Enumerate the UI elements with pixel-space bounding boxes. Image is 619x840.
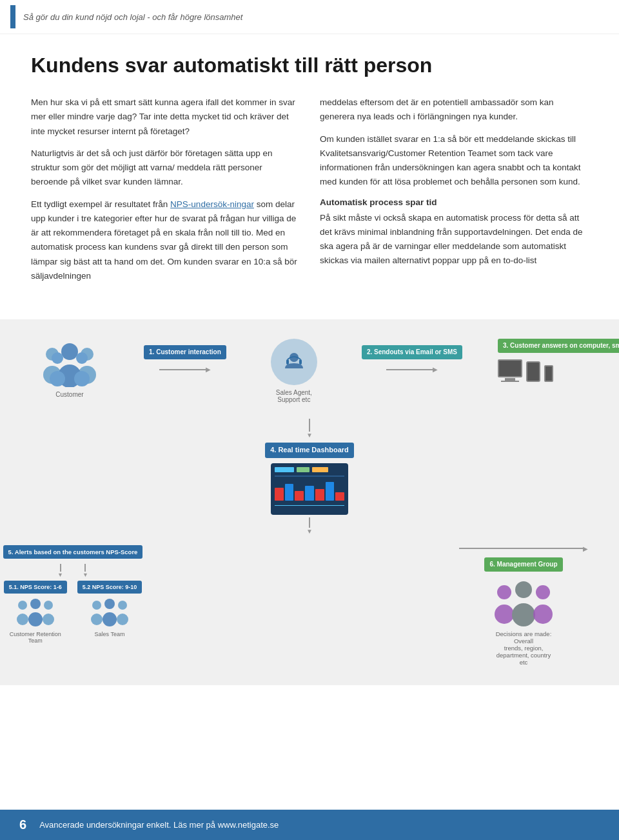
badge1-container: 1. Customer interaction ▶ — [144, 345, 226, 373]
svg-point-4 — [61, 343, 78, 360]
header-tagline: Så gör du din kund nöjd och lojal - och … — [23, 12, 242, 22]
right-para3: På sikt måste vi också skapa en automati… — [320, 211, 588, 268]
badge-interaction: 1. Customer interaction — [144, 345, 226, 359]
page-title: Kundens svar automatiskt till rätt perso… — [31, 54, 588, 77]
badge-dashboard: 4. Real time Dashboard — [265, 443, 354, 457]
svg-rect-11 — [286, 359, 289, 365]
diagram-node-customer: Customer — [31, 339, 108, 398]
svg-point-8 — [76, 352, 88, 364]
badge-nps-9-10: 5.2 NPS Score: 9-10 — [77, 581, 142, 594]
svg-point-13 — [18, 601, 27, 610]
dashboard-node: ▼ 4. Real time Dashboard — [245, 419, 374, 534]
agent-label: Sales Agent, Support etc — [265, 389, 323, 403]
svg-point-16 — [28, 612, 43, 626]
badge-customer-answers: 3. Customer answers on computer, smart p… — [498, 339, 619, 353]
right-column: meddelas eftersom det är en potentiell a… — [320, 95, 588, 291]
svg-point-21 — [104, 599, 115, 609]
diagram-top-row: Customer 1. Customer interaction ▶ — [31, 339, 588, 403]
left-para3-prefix: Ett tydligt exempel är resultatet från — [31, 199, 170, 209]
right-para1: meddelas eftersom det är en potentiell a… — [320, 95, 588, 125]
svg-point-17 — [44, 601, 53, 610]
customer-icon — [41, 339, 99, 387]
svg-point-22 — [103, 612, 117, 626]
footer: 6 Avancerade undersökningar enkelt. Läs … — [0, 810, 619, 840]
main-content: Kundens svar automatiskt till rätt perso… — [0, 34, 619, 319]
devices-icons — [498, 359, 553, 382]
left-para2: Naturligtvis är det så och just därför b… — [31, 146, 299, 190]
svg-point-7 — [50, 371, 65, 386]
diagram-node-devices: 3. Customer answers on computer, smart p… — [498, 339, 588, 382]
nps-1-6-node: 5.1. NPS Score: 1-6 Customer Retention T… — [4, 581, 67, 645]
svg-rect-12 — [299, 359, 302, 365]
left-column: Men hur ska vi på ett smart sätt kunna a… — [31, 95, 299, 291]
management-label: Decisions are made: Overall trends, regi… — [495, 630, 553, 666]
nps-link[interactable]: NPS-undersök-ningar — [170, 199, 254, 209]
svg-point-14 — [17, 614, 28, 625]
badge-sendouts: 2. Sendouts via Email or SMS — [362, 345, 462, 359]
svg-point-18 — [43, 614, 54, 625]
badge2-container: 2. Sendouts via Email or SMS ▶ — [362, 345, 462, 373]
left-para1: Men hur ska vi på ett smart sätt kunna a… — [31, 95, 299, 139]
svg-point-29 — [536, 585, 550, 599]
svg-point-28 — [512, 603, 535, 626]
footer-page-number: 6 — [19, 817, 26, 832]
nps-9-10-label: Sales Team — [95, 631, 125, 637]
diagram-bottom-row: 5. Alerts based on the customers NPS-Sco… — [31, 545, 588, 666]
diagram-area: Customer 1. Customer interaction ▶ — [0, 319, 619, 685]
node-alerts: 5. Alerts based on the customers NPS-Sco… — [31, 545, 115, 645]
svg-point-19 — [92, 601, 101, 610]
badge-management: 6. Management Group — [484, 557, 562, 572]
footer-text: Avancerade undersökningar enkelt. Läs me… — [39, 820, 279, 830]
svg-point-30 — [533, 605, 553, 624]
customer-label: Customer — [55, 391, 83, 398]
diagram-node-agent: Sales Agent, Support etc — [262, 339, 326, 403]
svg-point-25 — [497, 585, 511, 599]
node-management: ▶ 6. Management Group Decisions are made… — [459, 545, 588, 666]
svg-point-20 — [91, 614, 103, 625]
nps-9-10-node: 5.2 NPS Score: 9-10 Sales Team — [77, 581, 142, 645]
right-heading: Automatisk process spar tid — [320, 197, 588, 207]
body-columns: Men hur ska vi på ett smart sätt kunna a… — [31, 95, 588, 291]
badge-alerts: 5. Alerts based on the customers NPS-Sco… — [3, 545, 143, 559]
header-accent — [10, 5, 15, 28]
header-bar: Så gör du din kund nöjd och lojal - och … — [0, 0, 619, 34]
svg-point-23 — [118, 601, 127, 610]
svg-point-26 — [495, 605, 514, 624]
badge-nps-1-6: 5.1. NPS Score: 1-6 — [4, 581, 67, 594]
left-para3-suffix: som delar upp kunder i tre kategorier ef… — [31, 199, 297, 281]
svg-point-6 — [52, 352, 63, 364]
svg-point-9 — [74, 371, 90, 386]
right-para2: Om kunden istället svarar en 1:a så bör … — [320, 132, 588, 190]
diagram-middle-row: ▼ 4. Real time Dashboard — [31, 419, 588, 534]
svg-point-24 — [117, 614, 128, 625]
dashboard-screen — [271, 463, 348, 515]
svg-point-27 — [515, 581, 532, 598]
left-para3: Ett tydligt exempel är resultatet från N… — [31, 197, 299, 284]
agent-icon — [271, 339, 317, 385]
svg-point-15 — [30, 599, 41, 609]
nps-1-6-label: Customer Retention Team — [6, 631, 64, 644]
